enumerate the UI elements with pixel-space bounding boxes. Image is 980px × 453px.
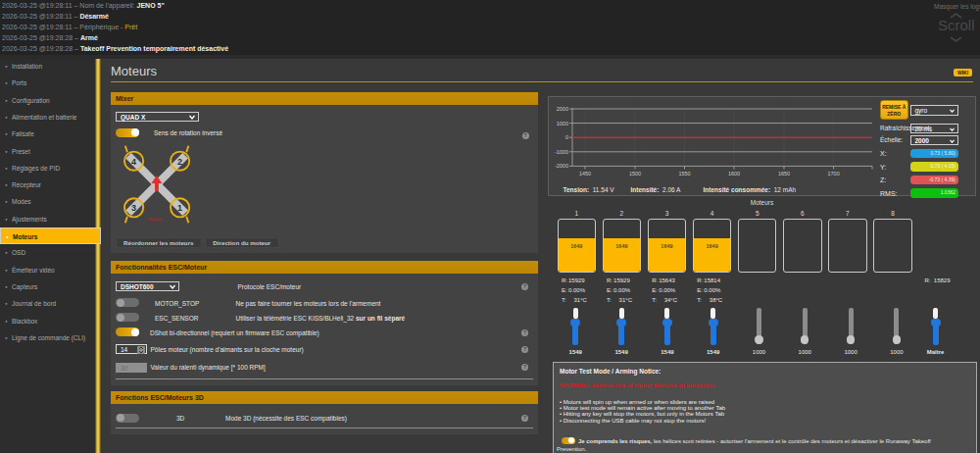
- svg-text:4: 4: [131, 157, 136, 167]
- svg-text:1450: 1450: [579, 171, 591, 176]
- svg-text:1500: 1500: [629, 171, 641, 176]
- svg-text:-2000: -2000: [555, 163, 568, 169]
- svg-text:1550: 1550: [678, 171, 690, 176]
- svg-text:3: 3: [131, 203, 136, 213]
- svg-text:2: 2: [177, 157, 182, 167]
- svg-text:2000: 2000: [557, 106, 568, 112]
- svg-text:1: 1: [177, 203, 182, 213]
- svg-text:0: 0: [565, 134, 568, 140]
- svg-text:1600: 1600: [728, 171, 740, 176]
- svg-text:1700: 1700: [827, 171, 839, 176]
- svg-text:1000: 1000: [557, 120, 568, 126]
- svg-text:-1000: -1000: [555, 148, 568, 154]
- svg-text:1650: 1650: [778, 171, 790, 176]
